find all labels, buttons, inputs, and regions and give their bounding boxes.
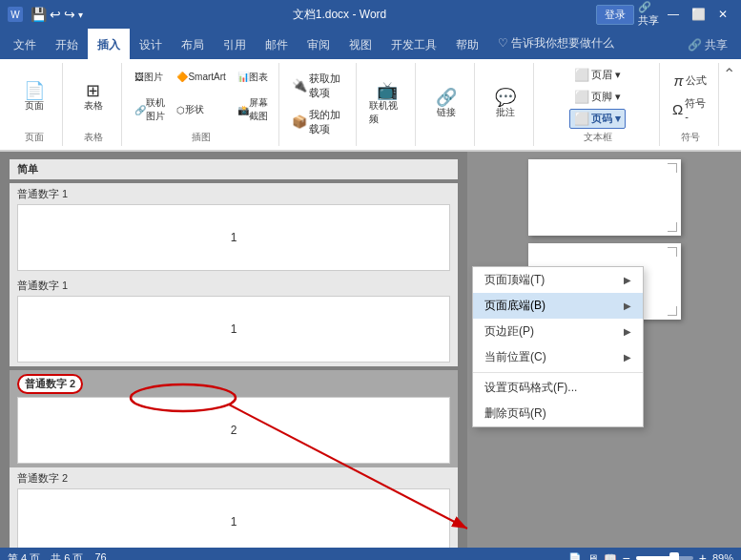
menu-remove-label: 删除页码(R) (484, 405, 546, 422)
view-icon-web[interactable]: 🖥 (587, 552, 598, 560)
tab-share[interactable]: 🔗 共享 (678, 29, 737, 59)
formula-button[interactable]: π 公式 (669, 70, 710, 92)
comment-button[interactable]: 💬 批注 (488, 86, 523, 122)
smartart-label: SmartArt (188, 72, 225, 82)
tab-layout[interactable]: 布局 (172, 29, 214, 59)
footer-label: 页脚 ▾ (591, 90, 621, 104)
table-button[interactable]: ⊞ 表格 (76, 79, 111, 115)
undo-icon[interactable]: ↩ (50, 7, 61, 22)
online-video-button[interactable]: 📺 联机视频 (364, 79, 409, 129)
video-label: 联机视频 (369, 99, 404, 126)
comment-icon: 💬 (495, 89, 516, 106)
shape-label: 形状 (185, 103, 204, 116)
zoom-minus[interactable]: − (623, 550, 630, 560)
view-icon-read[interactable]: 📖 (604, 552, 617, 561)
header-icon: ⬜ (574, 68, 589, 82)
group-hf: ⬜ 页眉 ▾ ⬜ 页脚 ▾ ⬜ 页码 ▾ 文本框 (536, 63, 660, 146)
footer-button[interactable]: ⬜ 页脚 ▾ (569, 87, 626, 107)
gallery-item-2[interactable]: 普通数字 1 1 (10, 275, 458, 366)
menu-remove-page-numbers[interactable]: 删除页码(R) (473, 401, 643, 426)
link-button[interactable]: 🔗 链接 (429, 86, 463, 122)
corner-mark-tr-2 (668, 247, 677, 257)
gallery-item-3-preview: 2 (17, 397, 450, 464)
status-left: 第 4 页，共 6 页 76 (8, 551, 107, 561)
group-illustrations: 🖼 图片 🔶 SmartArt 📊 图表 🔗 联机图片 ⬡ 形状 (124, 63, 279, 146)
ribbon: 文件 开始 插入 设计 布局 引用 邮件 审阅 视图 开发工具 帮助 ♡ 告诉我… (0, 29, 741, 152)
share-button[interactable]: 🔗共享 (638, 4, 659, 25)
my-addins-button[interactable]: 📦 我的加载项 (287, 105, 350, 139)
menu-bottom-arrow: ▶ (624, 301, 631, 311)
gallery-item-1[interactable]: 普通数字 1 1 (10, 183, 458, 275)
online-pic-icon: 🔗 (134, 105, 146, 115)
picture-button[interactable]: 🖼 图片 (130, 68, 170, 87)
group-pages-label: 页面 (11, 131, 56, 144)
menu-format-label: 设置页码格式(F)... (484, 380, 577, 396)
page-button[interactable]: 📄 页面 (17, 79, 51, 115)
header-button[interactable]: ⬜ 页眉 ▾ (569, 65, 626, 85)
screenshot-button[interactable]: 📸 屏幕截图 (233, 93, 273, 126)
menu-top-of-page[interactable]: 页面顶端(T) ▶ (473, 267, 643, 293)
tab-design[interactable]: 设计 (130, 29, 172, 59)
tab-tell-me[interactable]: ♡ 告诉我你想要做什么 (488, 29, 624, 59)
footer-icon: ⬜ (574, 90, 589, 104)
link-icon: 🔗 (436, 89, 457, 106)
tab-review[interactable]: 审阅 (298, 29, 340, 59)
online-pic-label: 联机图片 (146, 96, 165, 123)
gallery-item-4-label: 普通数字 2 (17, 472, 68, 484)
group-illus-label: 插图 (130, 131, 273, 144)
page-label: 页面 (25, 99, 44, 113)
titlebar: W 💾 ↩ ↪ ▾ 文档1.docx - Word 登录 🔗共享 — ⬜ ✕ (0, 0, 741, 29)
page-number-dropdown: 页面顶端(T) ▶ 页面底端(B) ▶ 页边距(P) ▶ 当前位置(C) ▶ 设… (472, 266, 644, 427)
menu-margins-label: 页边距(P) (484, 323, 534, 340)
gallery-item-2-label: 普通数字 1 (17, 280, 68, 291)
menu-page-margins[interactable]: 页边距(P) ▶ (473, 319, 643, 344)
save-icon[interactable]: 💾 (31, 7, 47, 22)
ribbon-collapse-button[interactable]: ⌃ (723, 65, 735, 83)
symbol-button[interactable]: Ω 符号 - (668, 93, 712, 125)
tab-mailings[interactable]: 邮件 (256, 29, 298, 59)
get-addins-button[interactable]: 🔌 获取加载项 (287, 69, 350, 103)
window-title: 文档1.docx - Word (83, 7, 596, 23)
shape-icon: ⬡ (176, 105, 185, 115)
zoom-plus[interactable]: + (699, 550, 707, 560)
corner-mark-br-2 (668, 306, 677, 316)
tab-references[interactable]: 引用 (214, 29, 256, 59)
tab-developer[interactable]: 开发工具 (381, 29, 446, 59)
menu-current-position[interactable]: 当前位置(C) ▶ (473, 344, 643, 370)
table-label: 表格 (84, 99, 103, 113)
menu-bottom-of-page[interactable]: 页面底端(B) ▶ (473, 293, 643, 319)
login-button[interactable]: 登录 (596, 5, 634, 25)
menu-format-page-numbers[interactable]: 设置页码格式(F)... (473, 375, 643, 401)
view-icon-doc[interactable]: 📄 (568, 552, 582, 561)
gallery-panel: 简单 普通数字 1 1 普通数字 1 1 普通数字 2 2 (0, 152, 467, 548)
tab-help[interactable]: 帮助 (446, 29, 488, 59)
online-pic-button[interactable]: 🔗 联机图片 (130, 93, 170, 126)
tab-file[interactable]: 文件 (4, 29, 46, 59)
group-hf-label: 文本框 (542, 131, 653, 144)
gallery-item-4[interactable]: 普通数字 2 1 (10, 467, 458, 548)
word-count: 76 (94, 551, 106, 561)
restore-button[interactable]: ⬜ (688, 4, 709, 25)
minimize-button[interactable]: — (663, 4, 684, 25)
picture-label: 图片 (144, 71, 163, 84)
tab-insert[interactable]: 插入 (88, 29, 130, 59)
ribbon-tab-bar: 文件 开始 插入 设计 布局 引用 邮件 审阅 视图 开发工具 帮助 ♡ 告诉我… (0, 29, 741, 59)
chart-label: 图表 (249, 71, 268, 84)
page-number-button[interactable]: ⬜ 页码 ▾ (569, 109, 626, 129)
zoom-slider[interactable] (636, 556, 693, 560)
shape-button[interactable]: ⬡ 形状 (172, 100, 230, 119)
chart-button[interactable]: 📊 图表 (233, 68, 273, 87)
redo-icon[interactable]: ↪ (64, 7, 75, 22)
tab-view[interactable]: 视图 (340, 29, 381, 59)
gallery-item-1-preview: 1 (17, 204, 450, 271)
group-links: 🔗 链接 (418, 63, 475, 146)
gallery-item-3[interactable]: 普通数字 2 2 (10, 370, 458, 467)
group-table-label: 表格 (71, 131, 115, 144)
group-hf-content: ⬜ 页眉 ▾ ⬜ 页脚 ▾ ⬜ 页码 ▾ (569, 65, 626, 129)
tab-home[interactable]: 开始 (46, 29, 88, 59)
gallery-item-3-label: 普通数字 2 (17, 374, 83, 394)
page-info: 第 4 页，共 6 页 (8, 551, 83, 561)
close-button[interactable]: ✕ (712, 4, 733, 25)
status-right: 📄 🖥 📖 − + 89% (568, 550, 733, 560)
smartart-button[interactable]: 🔶 SmartArt (172, 69, 230, 85)
